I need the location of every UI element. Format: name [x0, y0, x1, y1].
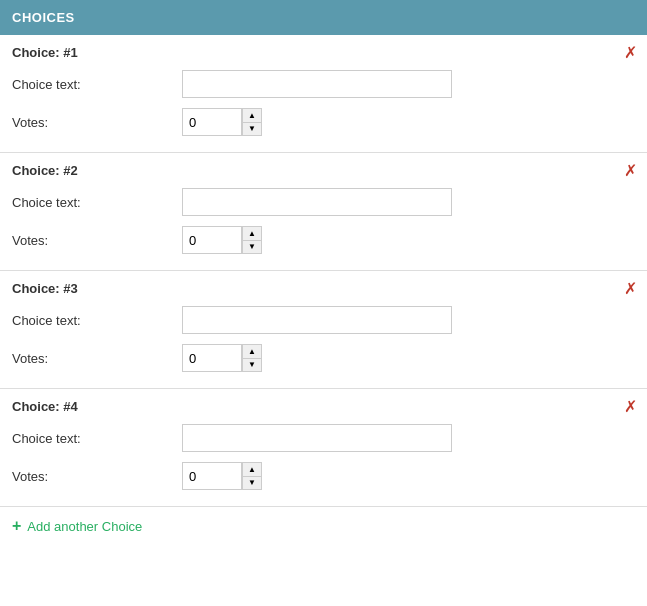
votes-row-1: Votes: ▲ ▼ [12, 108, 635, 136]
choices-header: CHOICES [0, 0, 647, 35]
choice-text-label-4: Choice text: [12, 431, 182, 446]
votes-spinner-1: ▲ ▼ [242, 108, 262, 136]
votes-increment-2[interactable]: ▲ [242, 226, 262, 240]
votes-increment-4[interactable]: ▲ [242, 462, 262, 476]
remove-choice-4-button[interactable]: ✗ [624, 399, 637, 415]
votes-field-group-4: ▲ ▼ [182, 462, 262, 490]
choice-text-row-3: Choice text: [12, 306, 635, 334]
choice-text-input-4[interactable] [182, 424, 452, 452]
votes-decrement-2[interactable]: ▼ [242, 240, 262, 254]
choice-block-4: Choice: #4 ✗ Choice text: Votes: ▲ ▼ [0, 389, 647, 507]
votes-field-group-1: ▲ ▼ [182, 108, 262, 136]
choice-text-input-3[interactable] [182, 306, 452, 334]
choice-text-row-4: Choice text: [12, 424, 635, 452]
choice-text-label-1: Choice text: [12, 77, 182, 92]
votes-increment-1[interactable]: ▲ [242, 108, 262, 122]
votes-decrement-4[interactable]: ▼ [242, 476, 262, 490]
votes-row-4: Votes: ▲ ▼ [12, 462, 635, 490]
choice-title-3: Choice: #3 [12, 281, 635, 296]
votes-row-3: Votes: ▲ ▼ [12, 344, 635, 372]
choice-text-label-2: Choice text: [12, 195, 182, 210]
votes-decrement-3[interactable]: ▼ [242, 358, 262, 372]
choice-text-input-2[interactable] [182, 188, 452, 216]
votes-input-3[interactable] [182, 344, 242, 372]
votes-row-2: Votes: ▲ ▼ [12, 226, 635, 254]
votes-input-1[interactable] [182, 108, 242, 136]
votes-input-2[interactable] [182, 226, 242, 254]
choice-text-input-1[interactable] [182, 70, 452, 98]
votes-field-group-2: ▲ ▼ [182, 226, 262, 254]
choice-text-row-2: Choice text: [12, 188, 635, 216]
add-choice-row: + Add another Choice [0, 507, 647, 545]
choice-block-3: Choice: #3 ✗ Choice text: Votes: ▲ ▼ [0, 271, 647, 389]
add-icon: + [12, 517, 21, 535]
choice-text-label-3: Choice text: [12, 313, 182, 328]
choice-title-1: Choice: #1 [12, 45, 635, 60]
votes-label-3: Votes: [12, 351, 182, 366]
votes-increment-3[interactable]: ▲ [242, 344, 262, 358]
votes-field-group-3: ▲ ▼ [182, 344, 262, 372]
choice-title-4: Choice: #4 [12, 399, 635, 414]
choice-block-1: Choice: #1 ✗ Choice text: Votes: ▲ ▼ [0, 35, 647, 153]
choice-block-2: Choice: #2 ✗ Choice text: Votes: ▲ ▼ [0, 153, 647, 271]
votes-spinner-3: ▲ ▼ [242, 344, 262, 372]
votes-input-4[interactable] [182, 462, 242, 490]
choice-title-2: Choice: #2 [12, 163, 635, 178]
votes-decrement-1[interactable]: ▼ [242, 122, 262, 136]
votes-spinner-4: ▲ ▼ [242, 462, 262, 490]
votes-label-4: Votes: [12, 469, 182, 484]
votes-label-2: Votes: [12, 233, 182, 248]
votes-spinner-2: ▲ ▼ [242, 226, 262, 254]
add-another-choice-button[interactable]: Add another Choice [27, 519, 142, 534]
choices-container: Choice: #1 ✗ Choice text: Votes: ▲ ▼ Cho… [0, 35, 647, 507]
remove-choice-3-button[interactable]: ✗ [624, 281, 637, 297]
votes-label-1: Votes: [12, 115, 182, 130]
remove-choice-2-button[interactable]: ✗ [624, 163, 637, 179]
header-title: CHOICES [12, 10, 75, 25]
choice-text-row-1: Choice text: [12, 70, 635, 98]
remove-choice-1-button[interactable]: ✗ [624, 45, 637, 61]
